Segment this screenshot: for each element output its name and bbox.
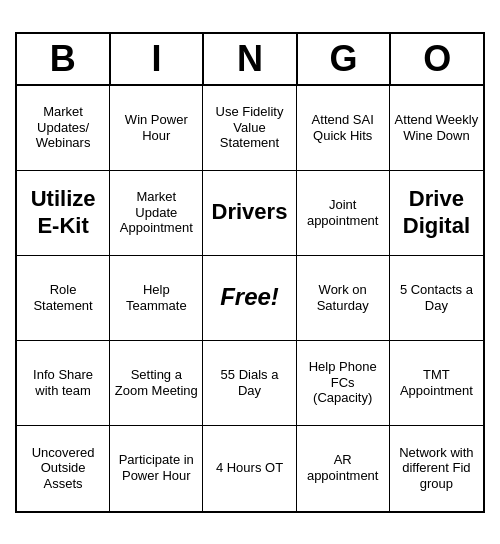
bingo-cell-1[interactable]: Win Power Hour: [110, 86, 203, 171]
bingo-cell-19[interactable]: TMT Appointment: [390, 341, 483, 426]
bingo-cell-5[interactable]: Utilize E-Kit: [17, 171, 110, 256]
bingo-cell-14[interactable]: 5 Contacts a Day: [390, 256, 483, 341]
header-g: G: [298, 34, 392, 84]
bingo-cell-15[interactable]: Info Share with team: [17, 341, 110, 426]
bingo-cell-18[interactable]: Help Phone FCs (Capacity): [297, 341, 390, 426]
bingo-cell-24[interactable]: Network with different Fid group: [390, 426, 483, 511]
bingo-cell-22[interactable]: 4 Hours OT: [203, 426, 296, 511]
bingo-card: B I N G O Market Updates/ WebinarsWin Po…: [15, 32, 485, 513]
bingo-cell-17[interactable]: 55 Dials a Day: [203, 341, 296, 426]
bingo-cell-3[interactable]: Attend SAI Quick Hits: [297, 86, 390, 171]
header-o: O: [391, 34, 483, 84]
bingo-header: B I N G O: [17, 34, 483, 86]
bingo-cell-8[interactable]: Joint appointment: [297, 171, 390, 256]
bingo-cell-2[interactable]: Use Fidelity Value Statement: [203, 86, 296, 171]
bingo-cell-13[interactable]: Work on Saturday: [297, 256, 390, 341]
bingo-cell-6[interactable]: Market Update Appointment: [110, 171, 203, 256]
header-i: I: [111, 34, 205, 84]
bingo-cell-11[interactable]: Help Teammate: [110, 256, 203, 341]
bingo-cell-4[interactable]: Attend Weekly Wine Down: [390, 86, 483, 171]
bingo-cell-10[interactable]: Role Statement: [17, 256, 110, 341]
bingo-cell-21[interactable]: Participate in Power Hour: [110, 426, 203, 511]
header-n: N: [204, 34, 298, 84]
header-b: B: [17, 34, 111, 84]
bingo-grid: Market Updates/ WebinarsWin Power HourUs…: [17, 86, 483, 511]
bingo-cell-7[interactable]: Drivers: [203, 171, 296, 256]
bingo-cell-0[interactable]: Market Updates/ Webinars: [17, 86, 110, 171]
bingo-cell-20[interactable]: Uncovered Outside Assets: [17, 426, 110, 511]
bingo-cell-16[interactable]: Setting a Zoom Meeting: [110, 341, 203, 426]
bingo-cell-12[interactable]: Free!: [203, 256, 296, 341]
bingo-cell-23[interactable]: AR appointment: [297, 426, 390, 511]
bingo-cell-9[interactable]: Drive Digital: [390, 171, 483, 256]
